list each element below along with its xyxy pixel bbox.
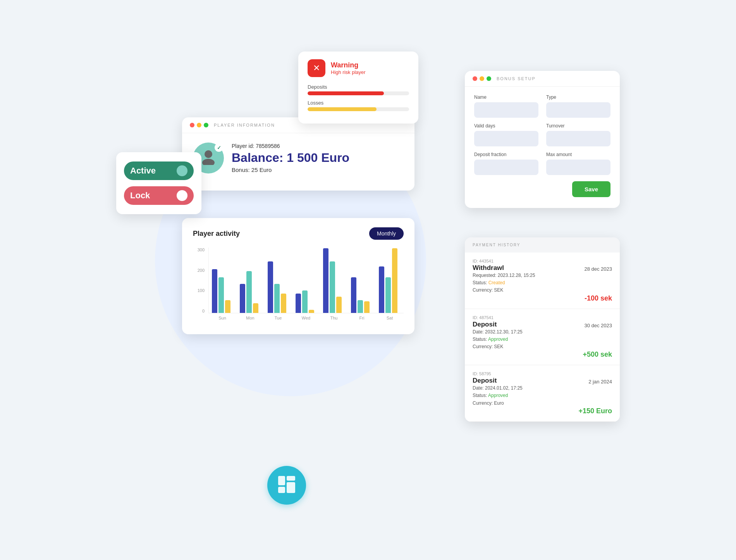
type-input[interactable] <box>546 102 610 118</box>
payment-list: ID: 443541 Withdrawl 28 dec 2023 Request… <box>465 253 620 422</box>
dashboard-icon-circle[interactable] <box>267 466 306 505</box>
lock-toggle[interactable]: Lock <box>124 186 194 205</box>
bar-wed-blue <box>296 294 301 313</box>
y-label-300: 300 <box>193 247 205 252</box>
bar-tue-blue <box>268 261 273 313</box>
player-id: Player id: 78589586 <box>232 143 349 149</box>
active-label: Active <box>130 166 156 176</box>
max-amount-field-group: Max amount <box>546 152 610 175</box>
warning-text: Warning High risk player <box>331 61 366 75</box>
payment-status-1: Created <box>488 280 505 285</box>
bar-mon-yellow <box>253 303 258 313</box>
y-label-200: 200 <box>193 268 205 273</box>
bar-thu-blue <box>323 248 328 313</box>
bar-sat-teal <box>385 277 391 313</box>
payment-amount-2: +500 sek <box>583 350 612 358</box>
x-label-mon: Mon <box>239 316 261 320</box>
bonus-form-grid: Name Type Valid days Turnover Deposit fr… <box>474 94 610 175</box>
deposits-bar-fill <box>308 91 384 95</box>
player-bonus: Bonus: 25 Euro <box>232 167 349 173</box>
bar-mon-teal <box>246 271 252 313</box>
payment-amount-3: +150 Euro <box>578 407 612 415</box>
name-label: Name <box>474 94 538 100</box>
losses-bar-fill <box>308 107 377 111</box>
x-label-wed: Wed <box>295 316 317 320</box>
svg-rect-2 <box>278 476 285 485</box>
warning-title: Warning <box>331 61 366 69</box>
monthly-button[interactable]: Monthly <box>369 227 404 240</box>
payment-history-card: PAYMENT HISTORY ID: 443541 Withdrawl 28 … <box>465 237 620 422</box>
svg-rect-3 <box>287 476 295 481</box>
dot-green <box>204 123 208 127</box>
activity-title: Player activity <box>193 230 240 238</box>
bar-thu-teal <box>330 261 335 313</box>
x-label-sat: Sat <box>379 316 401 320</box>
payment-item-3: ID: 58795 Deposit 2 jan 2024 Date: 2024.… <box>465 365 620 422</box>
turnover-input[interactable] <box>546 131 610 146</box>
name-input[interactable] <box>474 102 538 118</box>
deposit-fraction-input[interactable] <box>474 160 538 175</box>
turnover-field-group: Turnover <box>546 123 610 146</box>
payment-detail-2: Date: 2032.12.30, 17:25 Status: Approved… <box>473 328 612 351</box>
bar-group-mon <box>240 271 261 313</box>
payment-amount-1: -100 sek <box>585 294 612 302</box>
save-btn-row: Save <box>474 181 610 197</box>
losses-label: Losses <box>308 100 409 106</box>
payment-item-2: ID: 487541 Deposit 30 dec 2023 Date: 203… <box>465 309 620 366</box>
active-thumb <box>177 165 187 176</box>
losses-bar-bg <box>308 107 409 111</box>
bar-group-wed <box>296 290 317 313</box>
bar-thu-yellow <box>336 297 342 313</box>
lock-thumb <box>177 190 187 201</box>
bonus-body: Name Type Valid days Turnover Deposit fr… <box>465 87 620 208</box>
lock-label: Lock <box>130 191 150 201</box>
payment-item-1: ID: 443541 Withdrawl 28 dec 2023 Request… <box>465 253 620 309</box>
avatar-icon <box>200 148 217 168</box>
chart-bars <box>208 247 404 313</box>
dashboard-icon <box>277 474 297 496</box>
bar-fri-yellow <box>364 301 370 313</box>
bar-group-sun <box>212 269 234 313</box>
payment-type-1: Withdrawl <box>473 264 504 272</box>
bar-sat-blue <box>379 266 384 313</box>
bar-wed-teal <box>302 290 308 313</box>
svg-rect-4 <box>278 487 285 493</box>
y-label-0: 0 <box>193 309 205 313</box>
payment-status-2: Approved <box>488 337 508 342</box>
y-label-100: 100 <box>193 288 205 293</box>
valid-days-input[interactable] <box>474 131 538 146</box>
bar-sun-yellow <box>225 300 230 313</box>
max-amount-label: Max amount <box>546 152 610 157</box>
bonus-setup-card: BONUS SETUP Name Type Valid days Turnove… <box>465 71 620 208</box>
bonus-dot-yellow <box>480 76 484 81</box>
bonus-dot-red <box>473 76 477 81</box>
svg-point-1 <box>202 159 215 165</box>
player-header: ✓ Player id: 78589586 Balance: 1 500 Eur… <box>193 143 404 173</box>
x-axis: Sun Mon Tue Wed Thu Fri Sat <box>208 313 404 320</box>
payment-detail-3: Date: 2024.01.02, 17:25 Status: Approved… <box>473 385 612 407</box>
payment-detail-1: Requested: 2023.12.28, 15:25 Status: Cre… <box>473 272 612 294</box>
active-toggle[interactable]: Active <box>124 161 194 180</box>
max-amount-input[interactable] <box>546 160 610 175</box>
bar-group-tue <box>268 261 289 313</box>
save-button[interactable]: Save <box>572 181 610 197</box>
bar-fri-teal <box>358 300 363 313</box>
bar-tue-teal <box>274 284 280 313</box>
x-label-sun: Sun <box>212 316 233 320</box>
x-label-tue: Tue <box>267 316 289 320</box>
deposit-fraction-label: Deposit fraction <box>474 152 538 157</box>
valid-days-label: Valid days <box>474 123 538 129</box>
warning-header: ✕ Warning High risk player <box>308 59 409 77</box>
valid-days-field-group: Valid days <box>474 123 538 146</box>
losses-bar-row: Losses <box>308 100 409 111</box>
player-balance: Balance: 1 500 Euro <box>232 151 349 165</box>
payment-date-2: 30 dec 2023 <box>584 323 612 328</box>
bar-mon-blue <box>240 284 245 313</box>
warning-subtitle: High risk player <box>331 69 366 75</box>
type-field-group: Type <box>546 94 610 118</box>
deposits-bar-row: Deposits <box>308 84 409 95</box>
bar-sun-teal <box>218 277 224 313</box>
player-info-card: PLAYER INFORMATION ✓ Player id: 78589586… <box>182 117 414 191</box>
status-card: Active Lock <box>116 152 201 214</box>
bar-tue-yellow <box>281 294 286 313</box>
